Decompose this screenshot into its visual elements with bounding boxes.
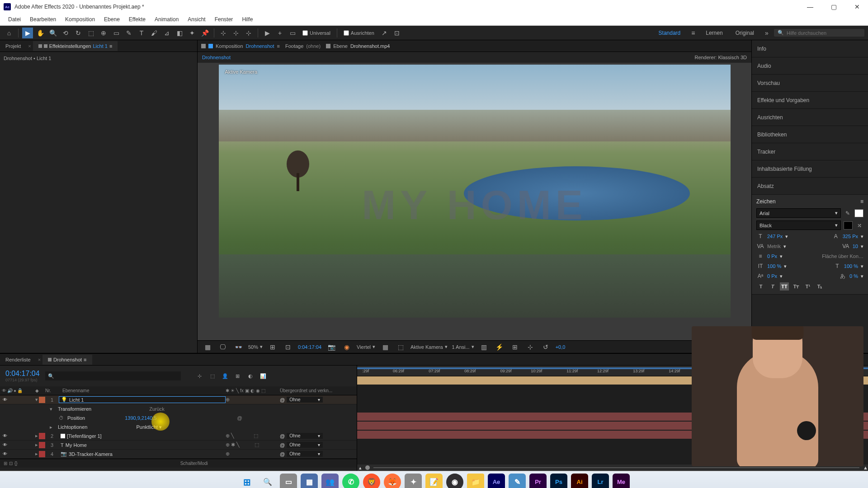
fx-switch-icon[interactable]: fx xyxy=(240,388,244,393)
grid-icon[interactable]: ▦ xyxy=(202,342,213,352)
panel-effekte[interactable]: Effekte und Vorgaben xyxy=(752,92,868,109)
switches-modes-toggle[interactable]: Schalter/Modi xyxy=(180,461,208,466)
eye-icon[interactable]: 👁 xyxy=(2,451,8,457)
stroke-color-swatch[interactable] xyxy=(844,221,853,230)
eye-icon[interactable]: 👁 xyxy=(2,433,8,439)
exposure-reset-icon[interactable]: ↺ xyxy=(540,342,551,352)
roi-icon[interactable]: ⊡ xyxy=(283,342,293,352)
quality-dropdown[interactable]: Viertel ▾ xyxy=(357,344,375,350)
timeline-icon[interactable]: ⊞ xyxy=(509,342,520,352)
italic-button[interactable]: T xyxy=(768,282,777,291)
panel-tracker[interactable]: Tracker xyxy=(752,143,868,160)
shape-tool-icon[interactable]: ▭ xyxy=(111,28,122,38)
brush-tool-icon[interactable]: 🖌 xyxy=(149,28,160,38)
tracking-value[interactable]: 10 xyxy=(853,244,858,249)
views-dropdown[interactable]: 1 Ansi... ▾ xyxy=(452,344,474,350)
superscript-button[interactable]: T¹ xyxy=(803,282,812,291)
twirl-icon[interactable]: ▾ xyxy=(35,397,38,402)
switch-icon[interactable]: ⊕ ╲ xyxy=(226,433,234,439)
switch-icon[interactable]: ⊕ xyxy=(226,397,230,403)
twirl-icon[interactable]: ▸ xyxy=(50,424,54,430)
lightroom-icon[interactable]: Lr xyxy=(592,474,609,488)
workspace-standard[interactable]: Standard xyxy=(653,30,686,36)
twirl-icon[interactable]: ▸ xyxy=(35,451,38,456)
frameblend-switch-icon[interactable]: ▣ xyxy=(245,388,249,393)
pen-tool-icon[interactable]: ✎ xyxy=(123,28,134,38)
tab-ebene[interactable]: Ebene Drohnenshot.mp4 xyxy=(326,43,390,49)
menu-layer[interactable]: Ebene xyxy=(99,14,124,24)
menu-file[interactable]: Datei xyxy=(4,14,25,24)
kerning-value[interactable]: Metrik xyxy=(767,244,781,249)
layer-name[interactable]: 📷3D-Tracker-Kamera xyxy=(59,451,226,457)
tab-renderliste[interactable]: Renderliste xyxy=(0,355,36,365)
start-button[interactable]: ⊞ xyxy=(238,474,255,488)
camera-view-dropdown[interactable]: Aktive Kamera ▾ xyxy=(410,344,448,350)
fast-preview-icon[interactable]: ⚡ xyxy=(494,342,505,352)
hscale-value[interactable]: 100 % xyxy=(844,263,858,269)
menu-help[interactable]: Hilfe xyxy=(237,14,257,24)
widgets-icon[interactable]: ▦ xyxy=(301,474,318,488)
toggle-icon[interactable]: ⊡ xyxy=(9,461,13,466)
panel-ausrichten[interactable]: Ausrichten xyxy=(752,109,868,126)
orbit-tool-icon[interactable]: ⟲ xyxy=(60,28,71,38)
workspace-original[interactable]: Original xyxy=(730,30,760,36)
obs-icon[interactable]: ◉ xyxy=(446,474,463,488)
after-effects-icon[interactable]: Ae xyxy=(488,474,505,488)
snapshot-icon[interactable]: 📷 xyxy=(326,342,337,352)
reset-button[interactable]: Zurück xyxy=(149,406,165,412)
solo-column-icon[interactable]: ● xyxy=(14,388,16,393)
menu-window[interactable]: Fenster xyxy=(210,14,238,24)
hamburger-icon[interactable]: ≡ xyxy=(109,43,112,49)
panel-info[interactable]: Info xyxy=(752,40,868,57)
axis-world-icon[interactable]: ⊹ xyxy=(231,28,241,38)
3d-switch-icon[interactable]: ⬚ xyxy=(261,388,265,393)
selection-tool-icon[interactable]: ▶ xyxy=(22,28,33,38)
swap-colors-icon[interactable]: ⤭ xyxy=(855,222,863,229)
layer-name[interactable]: TMy Home xyxy=(59,442,226,448)
snap2-icon[interactable]: ⊡ xyxy=(392,28,402,38)
play-icon[interactable]: ▶ xyxy=(262,28,273,38)
ausrichten-checkbox[interactable]: Ausrichten xyxy=(341,30,377,36)
tab-effekteinstellungen[interactable]: Effekteinstellungen Licht 1 ≡ xyxy=(33,41,118,51)
app-icon[interactable]: ✦ xyxy=(405,474,422,488)
graph-icon[interactable]: 📊 xyxy=(259,371,268,380)
hamburger-icon[interactable]: ≡ xyxy=(860,198,863,205)
hamburger-icon[interactable]: ≡ xyxy=(277,43,280,49)
media-encoder-icon[interactable]: Me xyxy=(613,474,630,488)
font-size-value[interactable]: 247 Px xyxy=(767,234,783,239)
shy-icon[interactable]: 👤 xyxy=(221,371,230,380)
pickwhip-icon[interactable]: @ xyxy=(280,442,285,448)
panbehind-tool-icon[interactable]: ⊕ xyxy=(98,28,109,38)
home-icon[interactable]: ⌂ xyxy=(4,28,14,38)
comp-mini-flowchart-icon[interactable]: ⊹ xyxy=(195,371,204,380)
teams-icon[interactable]: 👥 xyxy=(321,474,339,488)
timeline-search[interactable]: 🔍 xyxy=(45,371,181,380)
font-weight-dropdown[interactable]: Black▾ xyxy=(756,221,841,230)
speaker-column-icon[interactable]: 🔊 xyxy=(7,388,13,393)
eraser-tool-icon[interactable]: ◧ xyxy=(174,28,185,38)
renderer-dropdown[interactable]: Klassisch 3D xyxy=(718,55,747,60)
quality-switch-icon[interactable]: ╲ xyxy=(236,388,239,393)
layer-row-3[interactable]: 👁 ▸ 3 TMy Home ⊕ ✱ ╲⬚ @Ohne▾ xyxy=(0,441,357,450)
eye-column-icon[interactable]: 👁 xyxy=(2,388,6,393)
switch-icon[interactable]: ⊕ xyxy=(226,451,230,457)
stroke-width-value[interactable]: 0 Px xyxy=(767,253,777,259)
task-view-icon[interactable]: ▭ xyxy=(280,474,297,488)
draft3d-icon[interactable]: ⬚ xyxy=(208,371,217,380)
eye-icon[interactable]: 👁 xyxy=(2,397,8,403)
light-options-group[interactable]: ▸ Lichtoptionen Punktlicht ▾ xyxy=(0,422,357,432)
workspace-lernen[interactable]: Lernen xyxy=(700,30,728,36)
toggle-icon[interactable]: {} xyxy=(14,461,18,466)
tab-footage[interactable]: Footage (ohne) xyxy=(285,43,321,49)
rotate-tool-icon[interactable]: ↻ xyxy=(73,28,84,38)
pickwhip-icon[interactable]: @ xyxy=(280,433,285,439)
smallcaps-button[interactable]: Tᴛ xyxy=(792,282,801,291)
parent-dropdown[interactable]: Ohne▾ xyxy=(287,433,323,439)
tab-projekt[interactable]: Projekt xyxy=(0,41,26,51)
3d-switch-icon[interactable]: ⬚ xyxy=(255,442,259,448)
tab-timeline-comp[interactable]: Drohnenshot ≡ xyxy=(42,355,92,365)
panel-bibliotheken[interactable]: Bibliotheken xyxy=(752,126,868,143)
label-color[interactable] xyxy=(39,397,45,403)
box-icon[interactable]: ▭ xyxy=(287,28,298,38)
whatsapp-icon[interactable]: ✆ xyxy=(342,474,359,488)
